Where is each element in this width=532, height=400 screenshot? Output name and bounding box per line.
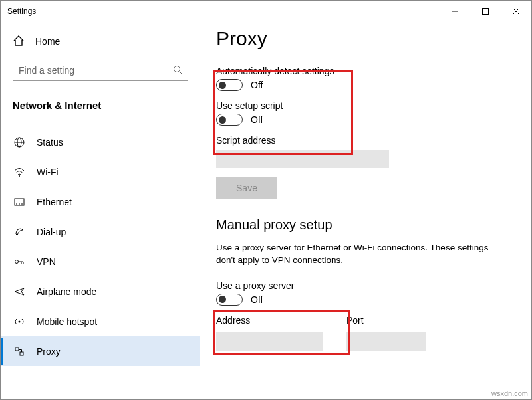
- sidebar-item-ethernet[interactable]: Ethernet: [1, 187, 200, 217]
- page-title: Proxy: [216, 27, 515, 50]
- search-input[interactable]: Find a setting: [13, 60, 188, 81]
- globe-icon: [13, 136, 26, 148]
- wifi-icon: [13, 166, 26, 178]
- home-nav[interactable]: Home: [1, 29, 200, 54]
- port-label: Port: [346, 315, 426, 326]
- sidebar-item-airplane[interactable]: Airplane mode: [1, 276, 200, 306]
- airplane-icon: [13, 286, 26, 298]
- svg-rect-1: [483, 9, 489, 15]
- sidebar-item-label: Airplane mode: [37, 286, 96, 297]
- sidebar-item-label: Mobile hotspot: [37, 316, 97, 327]
- manual-heading: Manual proxy setup: [216, 217, 515, 233]
- settings-window: Settings Home Find a set: [0, 0, 532, 400]
- use-setup-toggle[interactable]: [216, 114, 243, 126]
- svg-rect-20: [20, 352, 23, 355]
- vpn-icon: [13, 256, 26, 268]
- close-button[interactable]: [501, 1, 531, 22]
- window-body: Home Find a setting Network & Internet S…: [1, 22, 531, 399]
- use-setup-toggle-row: Off: [216, 114, 515, 126]
- sidebar-item-proxy[interactable]: Proxy: [1, 336, 200, 366]
- script-address-label: Script address: [216, 135, 515, 146]
- sidebar-item-hotspot[interactable]: Mobile hotspot: [1, 306, 200, 336]
- sidebar-item-vpn[interactable]: VPN: [1, 247, 200, 276]
- search-icon: [173, 65, 182, 76]
- svg-point-4: [174, 66, 180, 72]
- svg-point-14: [15, 260, 19, 263]
- sidebar-list: Status Wi-Fi Ethernet: [1, 127, 200, 366]
- minimize-button[interactable]: [440, 1, 470, 22]
- maximize-button[interactable]: [470, 1, 501, 22]
- address-input[interactable]: [216, 332, 323, 351]
- window-title: Settings: [7, 7, 36, 16]
- address-port-row: Address Port: [216, 315, 515, 360]
- svg-rect-19: [15, 348, 19, 351]
- save-button-label: Save: [236, 183, 257, 193]
- svg-line-5: [180, 72, 182, 74]
- svg-point-18: [19, 320, 21, 322]
- sidebar-item-label: Wi-Fi: [37, 167, 59, 177]
- titlebar: Settings: [1, 1, 531, 22]
- script-address-input[interactable]: [216, 150, 389, 168]
- auto-detect-label: Automatically detect settings: [216, 66, 515, 76]
- svg-point-9: [19, 175, 20, 177]
- use-setup-label: Use setup script: [216, 100, 515, 111]
- manual-description: Use a proxy server for Ethernet or Wi-Fi…: [216, 242, 495, 267]
- dialup-icon: [13, 226, 26, 238]
- content-pane: Proxy Automatically detect settings Off …: [200, 22, 531, 399]
- use-proxy-toggle[interactable]: [216, 294, 243, 306]
- search-row: Find a setting: [1, 59, 200, 82]
- sidebar-item-status[interactable]: Status: [1, 127, 200, 157]
- category-heading: Network & Internet: [1, 95, 200, 115]
- watermark: wsxdn.com: [491, 389, 528, 397]
- sidebar-item-dialup[interactable]: Dial-up: [1, 217, 200, 247]
- use-proxy-toggle-row: Off: [216, 294, 515, 306]
- auto-detect-toggle[interactable]: [216, 79, 243, 91]
- address-label: Address: [216, 315, 323, 326]
- proxy-icon: [13, 346, 26, 357]
- use-proxy-label: Use a proxy server: [216, 280, 515, 291]
- ethernet-icon: [13, 196, 26, 208]
- auto-detect-state: Off: [251, 80, 263, 90]
- window-buttons: [440, 1, 531, 22]
- sidebar-item-label: Ethernet: [37, 197, 72, 207]
- auto-detect-toggle-row: Off: [216, 79, 515, 91]
- sidebar-item-wifi[interactable]: Wi-Fi: [1, 157, 200, 187]
- use-setup-state: Off: [251, 114, 263, 125]
- home-label: Home: [35, 36, 60, 47]
- sidebar-item-label: Proxy: [37, 346, 61, 357]
- home-icon: [13, 35, 25, 49]
- use-proxy-state: Off: [251, 294, 263, 305]
- sidebar-item-label: Dial-up: [37, 227, 66, 237]
- search-placeholder: Find a setting: [19, 65, 173, 76]
- save-button[interactable]: Save: [216, 177, 277, 199]
- sidebar: Home Find a setting Network & Internet S…: [1, 22, 200, 399]
- port-input[interactable]: [346, 332, 426, 351]
- sidebar-item-label: VPN: [37, 256, 56, 267]
- sidebar-item-label: Status: [37, 137, 63, 148]
- hotspot-icon: [13, 316, 26, 328]
